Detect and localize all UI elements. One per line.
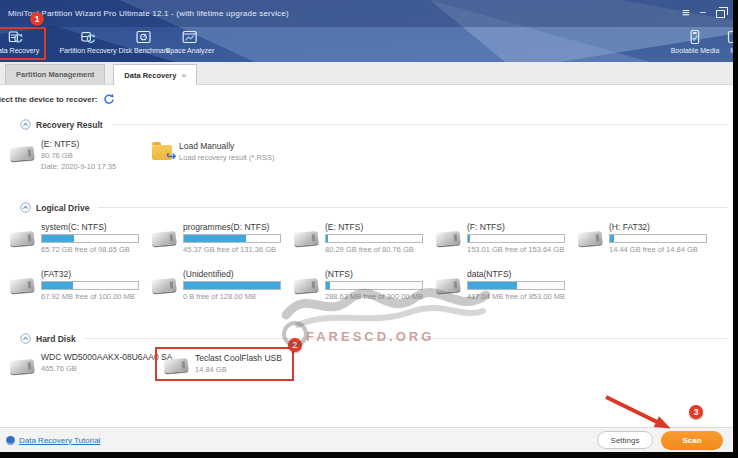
section-title: Logical Drive: [36, 203, 89, 213]
app-window: MiniTool Partition Wizard Pro Ultimate 1…: [0, 0, 733, 452]
hamburger-menu-icon[interactable]: ≡: [682, 6, 690, 19]
disk-drive-icon: [9, 231, 34, 246]
recovery-result-item[interactable]: (E: NTFS) 80.76 GB Date: 2020-9-10 17:35: [10, 139, 116, 171]
usage-bar: [325, 281, 423, 290]
toolbar-partition-recovery[interactable]: Partition Recovery: [59, 29, 116, 54]
minimize-icon[interactable]: −: [700, 7, 706, 18]
disk-drive-icon: [435, 278, 460, 293]
recovery-date: Date: 2020-9-10 17:35: [41, 162, 116, 171]
recovery-partition-name: (E: NTFS): [41, 139, 116, 149]
section-recovery-result: Recovery Result: [20, 119, 727, 130]
usage-bar: [41, 281, 139, 290]
drive-item-unidentified[interactable]: (Unidentified) 0 B free of 128.00 MB: [152, 269, 281, 301]
disk-drive-icon: [435, 231, 460, 246]
collapse-chevron-icon[interactable]: [20, 119, 31, 130]
title-bar: MiniTool Partition Wizard Pro Ultimate 1…: [0, 0, 733, 27]
toolbar-space-analyzer[interactable]: Space Analyzer: [166, 29, 215, 54]
annotation-box-teclast: 2 Teclast CoolFlash USB 14.84 GB: [155, 347, 294, 381]
annotation-step-1-badge: 1: [30, 12, 44, 26]
section-title: Recovery Result: [36, 120, 103, 130]
collapse-chevron-icon[interactable]: [20, 333, 31, 344]
disk-drive-icon: [9, 278, 34, 293]
disk-drive-icon: [151, 278, 176, 293]
drive-item-fat32[interactable]: (FAT32) 67.92 MB free of 100.00 MB: [10, 269, 139, 301]
refresh-icon[interactable]: [103, 93, 115, 105]
load-manually-title: Load Manually: [179, 141, 274, 151]
usage-bar: [183, 234, 281, 243]
section-hard-disk: Hard Disk: [20, 333, 727, 344]
more-tool-icon: [727, 29, 733, 45]
drive-item-ntfs[interactable]: (NTFS) 288.63 MB free of 300.00 MB: [294, 269, 423, 301]
disk-drive-icon: [293, 278, 318, 293]
annotation-arrow-to-scan: [598, 392, 690, 436]
disk-drive-icon: [577, 231, 602, 246]
disk-drive-icon: [9, 359, 34, 374]
folder-icon: ↪: [152, 145, 172, 160]
drive-item-f[interactable]: (F: NTFS) 153.01 GB free of 153.64 GB: [436, 222, 565, 254]
load-manually-desc: Load recovery result (*.RSS): [179, 153, 274, 162]
drive-item-system-c[interactable]: system(C: NTFS) 65.72 GB free of 98.65 G…: [10, 222, 139, 254]
data-recovery-tutorial-link[interactable]: Data Recovery Tutorial: [19, 436, 100, 445]
toolbar: Data Recovery Partition Recovery Disk Be…: [0, 27, 733, 62]
drive-item-data-ntfs[interactable]: data(NTFS) 417.04 MB free of 853.00 MB: [436, 269, 565, 301]
restore-window-icon[interactable]: [716, 10, 725, 18]
drive-item-programmes-d[interactable]: programmes(D: NTFS) 45.37 GB free of 131…: [152, 222, 281, 254]
annotation-step-3-badge: 3: [689, 405, 703, 419]
toolbar-bootable-media[interactable]: Bootable Media: [671, 29, 720, 54]
load-manually-item[interactable]: ↪ Load Manually Load recovery result (*.…: [152, 139, 274, 162]
tab-strip: Partition Management Data Recovery ×: [0, 62, 733, 85]
annotation-box-data-recovery: [0, 27, 46, 60]
tutorial-icon: [6, 436, 15, 445]
usage-bar: [183, 281, 281, 290]
load-arrow-icon: ↪: [166, 149, 176, 163]
disk-drive-icon: [151, 231, 176, 246]
toolbar-more[interactable]: Mo: [727, 29, 733, 54]
partition-recovery-icon: [80, 29, 96, 45]
toolbar-disk-benchmark[interactable]: Disk Benchmark: [119, 29, 170, 54]
collapse-chevron-icon[interactable]: [20, 202, 31, 213]
hard-disk-item-teclast[interactable]: Teclast CoolFlash USB 14.84 GB: [195, 353, 282, 374]
drive-item-e[interactable]: (E: NTFS) 80.29 GB free of 80.76 GB: [294, 222, 423, 254]
tab-data-recovery[interactable]: Data Recovery ×: [113, 64, 197, 85]
usage-bar: [467, 281, 565, 290]
disk-benchmark-icon: [136, 29, 152, 45]
section-logical-drive: Logical Drive: [20, 202, 727, 213]
bootable-media-icon: [687, 29, 703, 45]
usage-bar: [41, 234, 139, 243]
hard-disk-item-wdc[interactable]: WDC WD5000AAKX-08U6AA0 SA.. 465.76 GB: [10, 352, 177, 373]
usage-bar: [467, 234, 565, 243]
disk-drive-icon: [293, 231, 318, 246]
section-title: Hard Disk: [36, 334, 76, 344]
select-device-label: Select the device to recover:: [0, 95, 98, 104]
usage-bar: [325, 234, 423, 243]
recovery-partition-size: 80.76 GB: [41, 151, 116, 160]
space-analyzer-icon: [182, 29, 198, 45]
usage-bar: [609, 234, 707, 243]
data-recovery-panel: Select the device to recover: Recovery R…: [0, 85, 733, 427]
drive-item-h[interactable]: (H: FAT32) 14.44 GB free of 14.84 GB: [578, 222, 707, 254]
annotation-step-2-badge: 2: [288, 338, 302, 352]
disk-drive-icon: [163, 358, 188, 373]
tab-partition-management[interactable]: Partition Management: [5, 64, 105, 84]
tab-close-icon[interactable]: ×: [181, 71, 186, 80]
app-header: MiniTool Partition Wizard Pro Ultimate 1…: [0, 0, 733, 62]
disk-drive-icon: [9, 146, 34, 161]
